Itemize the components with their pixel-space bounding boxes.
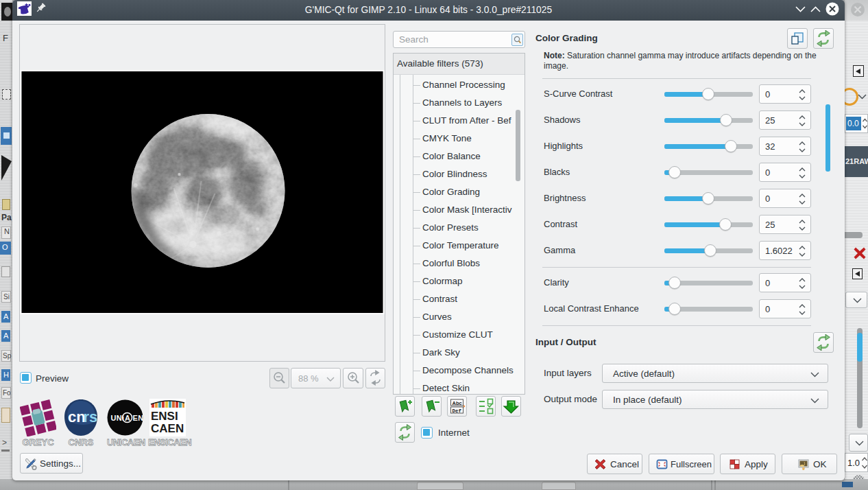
svg-text:Def: Def bbox=[453, 408, 462, 414]
svg-text:rs: rs bbox=[84, 408, 98, 425]
svg-text:A: A bbox=[125, 414, 130, 422]
svg-text:Abc: Abc bbox=[453, 400, 462, 406]
svg-text:CAEN: CAEN bbox=[151, 422, 184, 435]
svg-text:ENSI: ENSI bbox=[151, 410, 178, 423]
svg-text:EN: EN bbox=[133, 414, 144, 422]
